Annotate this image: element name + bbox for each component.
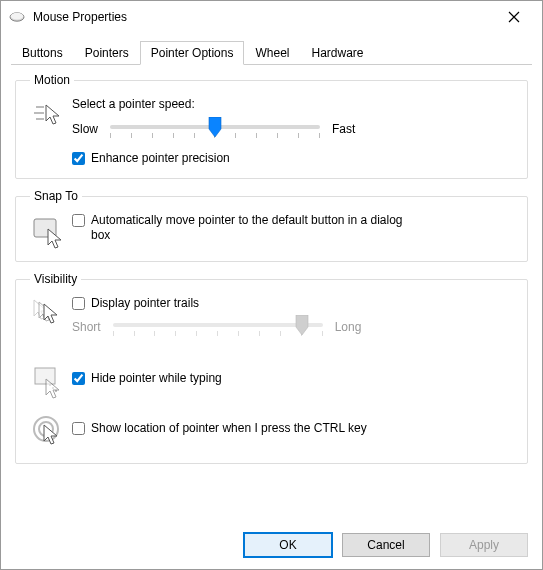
tab-pane-pointer-options: Motion Select a pointer speed: <box>13 67 530 513</box>
tab-pointer-options[interactable]: Pointer Options <box>140 41 245 65</box>
ctrl-locate-label: Show location of pointer when I press th… <box>91 421 367 436</box>
ok-button[interactable]: OK <box>244 533 332 557</box>
hide-while-typing-checkbox[interactable]: Hide pointer while typing <box>72 371 517 386</box>
pointer-speed-icon <box>32 99 66 133</box>
hide-while-typing-icon <box>32 365 66 399</box>
titlebar: Mouse Properties <box>1 1 542 33</box>
tab-strip: Buttons Pointers Pointer Options Wheel H… <box>11 39 532 65</box>
pointer-trails-checkbox[interactable]: Display pointer trails <box>72 296 517 311</box>
pointer-speed-slow-label: Slow <box>72 122 98 136</box>
svg-point-1 <box>11 13 23 20</box>
close-button[interactable] <box>494 3 534 31</box>
pointer-speed-label: Select a pointer speed: <box>72 97 517 111</box>
ctrl-locate-icon <box>32 415 66 449</box>
apply-button: Apply <box>440 533 528 557</box>
hide-while-typing-label: Hide pointer while typing <box>91 371 222 386</box>
tab-buttons[interactable]: Buttons <box>11 41 74 65</box>
svg-rect-3 <box>35 368 55 384</box>
pointer-trails-icon <box>32 298 66 332</box>
mouse-properties-dialog: Mouse Properties Buttons Pointers Pointe… <box>0 0 543 570</box>
group-visibility-legend: Visibility <box>30 272 81 286</box>
group-snap-to: Snap To Automatically move pointer to th… <box>15 189 528 262</box>
group-visibility: Visibility Display pointer trails <box>15 272 528 464</box>
tab-hardware[interactable]: Hardware <box>300 41 374 65</box>
group-snap-to-legend: Snap To <box>30 189 82 203</box>
pointer-speed-fast-label: Fast <box>332 122 355 136</box>
enhance-precision-label: Enhance pointer precision <box>91 151 230 166</box>
tab-wheel[interactable]: Wheel <box>244 41 300 65</box>
pointer-trails-label: Display pointer trails <box>91 296 199 311</box>
snap-to-icon <box>32 215 66 249</box>
mouse-icon <box>9 11 25 23</box>
trails-short-label: Short <box>72 320 101 334</box>
pointer-speed-slider[interactable] <box>110 119 320 139</box>
cancel-button[interactable]: Cancel <box>342 533 430 557</box>
snap-to-default-label: Automatically move pointer to the defaul… <box>91 213 421 243</box>
enhance-precision-checkbox[interactable]: Enhance pointer precision <box>72 151 517 166</box>
group-motion: Motion Select a pointer speed: <box>15 73 528 179</box>
dialog-buttons: OK Cancel Apply <box>244 533 528 557</box>
snap-to-default-checkbox[interactable]: Automatically move pointer to the defaul… <box>72 213 517 243</box>
group-motion-legend: Motion <box>30 73 74 87</box>
ctrl-locate-checkbox[interactable]: Show location of pointer when I press th… <box>72 421 517 436</box>
window-title: Mouse Properties <box>33 10 494 24</box>
tab-pointers[interactable]: Pointers <box>74 41 140 65</box>
trails-long-label: Long <box>335 320 362 334</box>
pointer-speed-thumb[interactable] <box>207 117 223 137</box>
pointer-trails-thumb <box>294 315 310 335</box>
pointer-trails-slider <box>113 317 323 337</box>
